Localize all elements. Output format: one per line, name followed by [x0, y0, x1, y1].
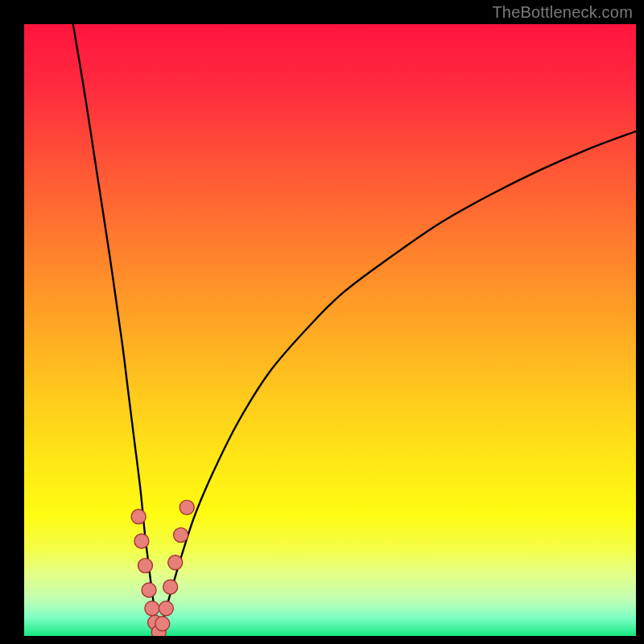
cluster-dot [168, 555, 183, 570]
cluster-dot [145, 601, 159, 616]
cluster-dot [155, 617, 170, 631]
cluster-dot [159, 601, 173, 616]
cluster-dot [174, 528, 188, 543]
cluster-dot [138, 559, 152, 573]
cluster-dot [134, 534, 149, 548]
curve-right-branch [159, 131, 636, 636]
cluster-dot [131, 510, 146, 524]
watermark-text: TheBottleneck.com [492, 3, 633, 22]
cluster-dot [142, 583, 156, 597]
dot-cluster [131, 500, 194, 636]
cluster-dot [163, 580, 178, 594]
curve-overlay [24, 24, 636, 636]
chart-frame: TheBottleneck.com [0, 0, 644, 644]
cluster-dot [180, 500, 194, 514]
plot-area [24, 24, 636, 636]
